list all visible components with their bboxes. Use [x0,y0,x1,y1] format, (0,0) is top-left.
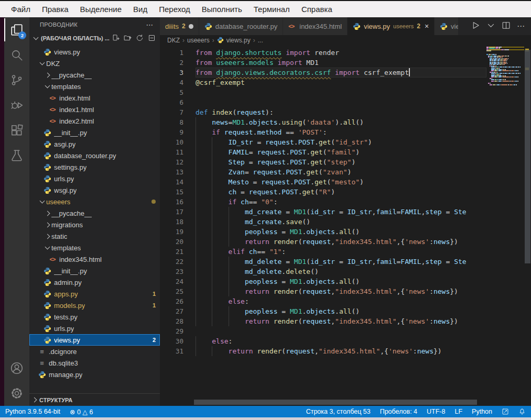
code-line-23: 23md_delete.delete() [160,267,486,277]
tree-item-views.py[interactable]: views.py [29,46,160,58]
workspace-section-header[interactable]: (РАБОЧАЯ ОБЛАСТЬ) ... [29,32,160,45]
files-icon[interactable]: 2 [4,17,29,42]
tree-item-migrations[interactable]: migrations [29,219,160,230]
status-item[interactable]: Пробелов: 4 [380,408,417,415]
tree-item-manage.py[interactable]: manage.py [29,369,160,380]
tree-item-urls.py[interactable]: urls.py [29,173,160,184]
tree-item-index2.html[interactable]: <>index2.html [29,115,160,127]
code-text: md_create = MD1(id_str = ID_str,famil=FA… [196,207,486,217]
breadcrumb-item[interactable]: DKZ [167,37,180,44]
more-actions-icon[interactable]: ⋯ [146,20,154,29]
tree-item-useeers[interactable]: useeers [29,196,160,207]
breadcrumb-item[interactable]: useeers [187,37,210,44]
tree-item-views.py[interactable]: views.py2 [29,334,160,346]
menu-item[interactable]: Справка [296,3,338,16]
tree-item-apps.py[interactable]: apps.py1 [29,288,160,300]
status-item[interactable]: LF [454,408,462,415]
vertical-scrollbar[interactable] [525,50,530,263]
tree-item-models.py[interactable]: models.py1 [29,300,160,311]
collapse-all-icon[interactable] [148,34,156,43]
bell-icon[interactable] [518,408,526,415]
menu-item[interactable]: Файл [5,3,36,16]
breadcrumb-item[interactable]: views.py [226,37,251,44]
tree-item-asgi.py[interactable]: asgi.py [29,138,160,150]
tab-views.py[interactable]: views.pyuseeers2× [348,17,435,35]
status-item[interactable]: UTF-8 [427,408,445,415]
horizontal-scrollbar[interactable] [194,400,477,405]
tree-item-admin.py[interactable]: admin.py [29,277,160,288]
split-editor-icon[interactable] [502,21,511,32]
status-item[interactable]: Python 3.9.5 64-bit [5,408,60,416]
tree-item--init-.py[interactable]: __init__.py [29,127,160,138]
tab-database-roouter.py[interactable]: database_roouter.py [199,17,284,35]
breadcrumb-item[interactable]: ... [258,37,263,44]
new-file-icon[interactable] [112,34,120,43]
tab-diiits[interactable]: diiits2 [160,17,199,35]
menu-item[interactable]: Выделение [74,3,127,16]
line-number: 5 [160,87,183,97]
code-text [196,87,486,97]
file-name: index2.html [59,117,94,125]
chevron-down-icon[interactable] [486,21,495,32]
tree-item-index1.html[interactable]: <>index1.html [29,104,160,115]
file-name: wsgi.py [54,186,77,194]
more-actions-icon[interactable]: ⋯ [517,21,525,31]
tree-item-static[interactable]: static [29,230,160,242]
menu-item[interactable]: Вид [127,3,153,16]
close-icon[interactable]: × [425,22,429,30]
problems-badge: 1 [153,302,156,308]
tree-item-wsgi.py[interactable]: wsgi.py [29,184,160,196]
tree-item-templates[interactable]: templates [29,242,160,253]
minimap-line [486,84,524,85]
file-name: DKZ [46,60,60,68]
code-line-5: 5 [160,87,486,97]
tree-item-db.sqlite3[interactable]: ≡db.sqlite3 [29,357,160,369]
source-control-icon[interactable] [4,68,29,93]
menu-item[interactable]: Выполнить [196,3,248,16]
code-line-22: 22md_delete = MD1(id_str = ID_str,famil=… [160,257,486,267]
new-folder-icon[interactable] [124,34,132,43]
search-icon[interactable] [4,42,29,68]
line-number: 26 [160,296,183,306]
file-name: urls.py [54,175,74,183]
chevron-right-icon [43,223,51,227]
tab-vie[interactable]: vie [435,17,459,35]
tree-item-settings.py[interactable]: settings.py [29,161,160,173]
menu-item[interactable]: Правка [36,3,74,16]
run-icon[interactable] [471,21,480,32]
tree-item-database-roouter.py[interactable]: database_roouter.py [29,150,160,161]
status-item[interactable]: Python [472,408,492,415]
line-number: 11 [160,147,183,157]
python-file-icon [43,128,51,137]
code-text: def index(request): [196,107,486,117]
tree-item-.dcignore[interactable]: ≡.dcignore [29,346,160,357]
status-left: Python 3.9.5 64-bit⊗ 0 △ 6 [5,408,93,416]
structure-section-header[interactable]: СТРУКТУРА [29,393,160,406]
tree-item-tests.py[interactable]: tests.py [29,311,160,323]
extensions-icon[interactable] [4,118,29,143]
tree-item-templates[interactable]: templates [29,81,160,92]
minimap[interactable] [486,47,524,85]
refresh-icon[interactable] [136,34,144,43]
tree-item-index345.html[interactable]: <>index345.html [29,253,160,265]
settings-gear-icon[interactable] [4,381,29,406]
tree-item--init-.py[interactable]: __init__.py [29,265,160,277]
tree-item--pycache-[interactable]: __pycache__ [29,207,160,219]
tree-item-index.html[interactable]: <>index.html [29,92,160,104]
testing-icon[interactable] [4,143,29,168]
tree-item-DKZ[interactable]: DKZ [29,58,160,69]
menu-item[interactable]: Терминал [248,3,296,16]
tree-item-urls.py[interactable]: urls.py [29,323,160,334]
run-debug-icon[interactable] [4,93,29,118]
line-number: 4 [160,78,183,87]
menu-item[interactable]: Переход [153,3,196,16]
status-item[interactable]: ⊗ 0 △ 6 [70,408,93,416]
tree-item--pycache-[interactable]: __pycache__ [29,69,160,81]
feedback-icon[interactable] [502,408,509,415]
account-icon[interactable] [4,356,29,381]
code-editor[interactable]: 1from django.shortcuts import render2fro… [160,46,531,406]
tab-index345.html[interactable]: <>index345.html [283,17,348,35]
breadcrumb[interactable]: DKZ›useeers›views.py›... [160,35,531,46]
status-item[interactable]: Строка 3, столбец 53 [306,408,371,415]
python-file-icon [43,186,51,194]
